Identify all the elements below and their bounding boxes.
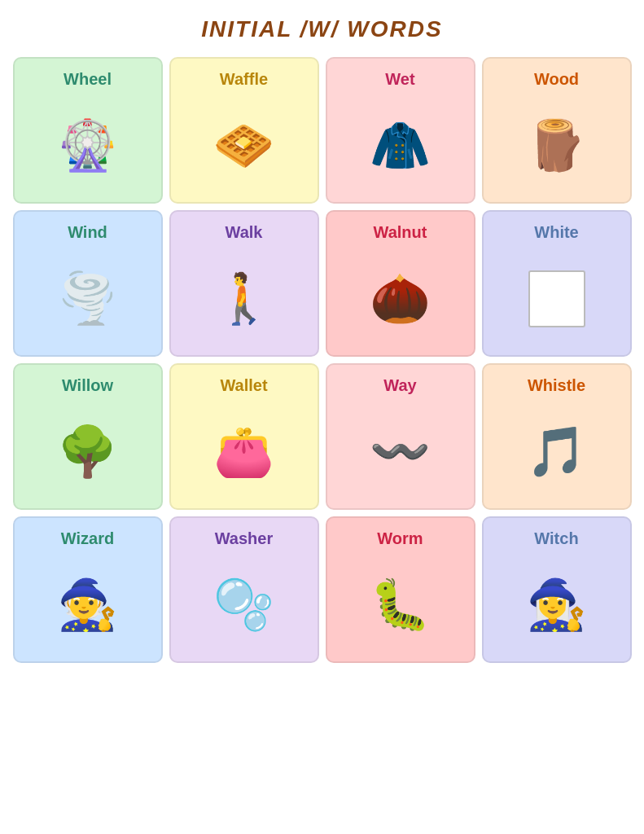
card-way: Way〰️ bbox=[326, 363, 475, 510]
white-icon bbox=[528, 257, 585, 340]
wind-icon: 🌪️ bbox=[57, 257, 118, 340]
card-label-walk: Walk bbox=[226, 223, 263, 242]
wheel-icon: 🎡 bbox=[57, 103, 118, 187]
card-whistle: Whistle🎵 bbox=[482, 363, 632, 510]
card-label-walnut: Walnut bbox=[374, 223, 427, 242]
way-icon: 〰️ bbox=[370, 410, 431, 494]
wizard-icon: 🧙 bbox=[57, 563, 118, 647]
card-waffle: Waffle🧇 bbox=[169, 57, 319, 204]
willow-icon: 🌳 bbox=[57, 410, 118, 494]
card-label-wizard: Wizard bbox=[61, 529, 114, 548]
card-label-wheel: Wheel bbox=[64, 70, 112, 89]
card-white: White bbox=[482, 210, 632, 357]
card-worm: Worm🐛 bbox=[326, 516, 475, 663]
card-label-willow: Willow bbox=[62, 376, 113, 395]
card-willow: Willow🌳 bbox=[13, 363, 163, 510]
witch-icon: 🧙‍♀️ bbox=[526, 563, 587, 647]
card-label-way: Way bbox=[383, 376, 416, 395]
card-label-witch: Witch bbox=[534, 529, 578, 548]
card-wood: Wood🪵 bbox=[482, 57, 632, 204]
wood-icon: 🪵 bbox=[526, 103, 587, 187]
page-title: INITIAL /W/ WORDS bbox=[201, 16, 442, 42]
card-wheel: Wheel🎡 bbox=[13, 57, 163, 204]
card-label-wind: Wind bbox=[68, 223, 107, 242]
whistle-icon: 🎵 bbox=[526, 410, 587, 494]
card-label-white: White bbox=[534, 223, 578, 242]
card-wizard: Wizard🧙 bbox=[13, 516, 163, 663]
card-wet: Wet🧥 bbox=[326, 57, 475, 204]
card-label-whistle: Whistle bbox=[528, 376, 585, 395]
card-wallet: Wallet👛 bbox=[169, 363, 319, 510]
walnut-icon: 🌰 bbox=[370, 257, 431, 340]
card-washer: Washer🫧 bbox=[169, 516, 319, 663]
card-label-waffle: Waffle bbox=[220, 70, 268, 89]
card-walk: Walk🚶 bbox=[169, 210, 319, 357]
word-grid: Wheel🎡Waffle🧇Wet🧥Wood🪵Wind🌪️Walk🚶Walnut🌰… bbox=[13, 57, 632, 663]
wet-icon: 🧥 bbox=[370, 103, 431, 187]
card-label-wood: Wood bbox=[534, 70, 579, 89]
worm-icon: 🐛 bbox=[370, 563, 431, 647]
card-label-worm: Worm bbox=[377, 529, 423, 548]
wallet-icon: 👛 bbox=[213, 410, 274, 494]
card-label-wet: Wet bbox=[385, 70, 414, 89]
card-label-wallet: Wallet bbox=[220, 376, 267, 395]
washer-icon: 🫧 bbox=[213, 563, 274, 647]
card-walnut: Walnut🌰 bbox=[326, 210, 475, 357]
card-wind: Wind🌪️ bbox=[13, 210, 163, 357]
walk-icon: 🚶 bbox=[213, 257, 274, 340]
waffle-icon: 🧇 bbox=[213, 103, 274, 187]
card-witch: Witch🧙‍♀️ bbox=[482, 516, 632, 663]
card-label-washer: Washer bbox=[215, 529, 274, 548]
